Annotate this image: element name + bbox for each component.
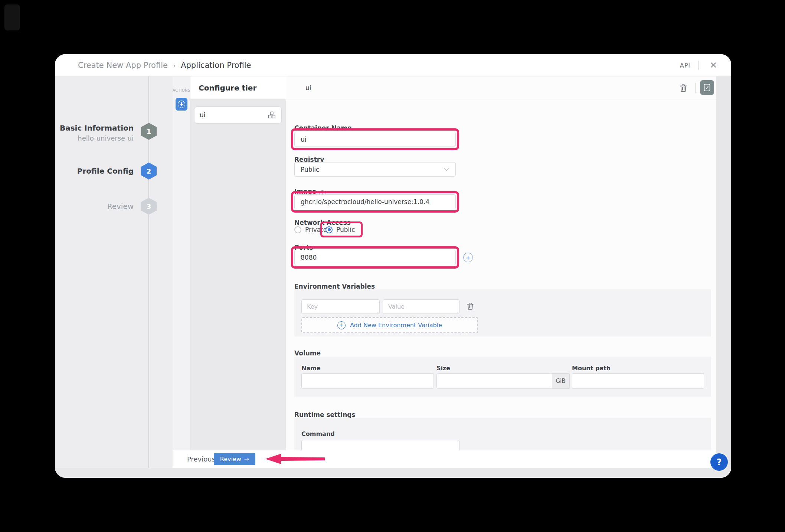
volume-name-label: Name bbox=[301, 365, 321, 372]
help-button[interactable]: ? bbox=[710, 453, 728, 471]
wizard-step-basic-information[interactable]: Basic Information hello-universe-ui bbox=[55, 124, 134, 142]
breadcrumb: Create New App Profile › Application Pro… bbox=[78, 54, 251, 76]
modal-bottom-strip bbox=[55, 468, 731, 478]
trash-icon bbox=[466, 302, 475, 311]
env-vars-label: Environment Variables bbox=[294, 283, 375, 290]
plus-circle-icon bbox=[337, 321, 346, 329]
runtime-section: Command bbox=[294, 418, 711, 450]
breadcrumb-parent[interactable]: Create New App Profile bbox=[78, 61, 168, 70]
chevron-down-icon bbox=[444, 168, 449, 171]
runtime-settings-label: Runtime settings bbox=[294, 411, 356, 418]
tier-item-name: ui bbox=[200, 111, 206, 119]
wizard-sidebar: Basic Information hello-universe-ui 1 Pr… bbox=[55, 76, 173, 468]
command-field-wrap bbox=[301, 440, 459, 450]
add-tier-button[interactable] bbox=[176, 98, 187, 111]
volume-size-input[interactable] bbox=[437, 374, 552, 388]
tier-panel: Configure tier ui bbox=[190, 76, 286, 450]
editor-mode-button[interactable] bbox=[700, 80, 714, 95]
image-input[interactable] bbox=[294, 194, 456, 209]
delete-tier-button[interactable] bbox=[678, 83, 688, 93]
mount-path-field-wrap bbox=[572, 373, 704, 389]
radio-public[interactable]: Public bbox=[326, 226, 355, 233]
add-env-var-label: Add New Environment Variable bbox=[350, 322, 442, 329]
background-artifact bbox=[4, 4, 20, 30]
volume-name-field-wrap bbox=[301, 373, 434, 389]
header-divider bbox=[698, 61, 699, 70]
env-key-input[interactable] bbox=[302, 300, 379, 313]
mount-path-input[interactable] bbox=[572, 374, 704, 388]
annotation-highlight-container-name bbox=[291, 128, 459, 150]
review-button-label: Review bbox=[220, 456, 241, 463]
registry-selected-value: Public bbox=[301, 166, 319, 173]
create-app-profile-modal: Create New App Profile › Application Pro… bbox=[55, 54, 731, 478]
env-value-input[interactable] bbox=[383, 300, 459, 313]
step-label: Basic Information bbox=[55, 124, 134, 132]
size-unit-suffix: GiB bbox=[552, 373, 570, 389]
step-badge-2[interactable]: 2 bbox=[141, 162, 157, 180]
radio-icon-private bbox=[294, 226, 301, 233]
env-key-field-wrap bbox=[301, 299, 380, 314]
annotation-highlight-image bbox=[291, 191, 459, 213]
volume-size-field-wrap bbox=[436, 373, 552, 389]
tier-item-ui[interactable]: ui bbox=[194, 106, 282, 124]
add-env-var-button[interactable]: Add New Environment Variable bbox=[301, 317, 478, 333]
command-label: Command bbox=[301, 430, 335, 437]
registry-select[interactable]: Public bbox=[294, 162, 456, 177]
form-tier-title: ui bbox=[305, 76, 311, 99]
env-vars-section: Add New Environment Variable bbox=[294, 289, 711, 336]
breadcrumb-current: Application Profile bbox=[181, 61, 251, 70]
radio-icon-public-selected bbox=[326, 226, 333, 233]
actions-label: ACTIONS bbox=[173, 88, 190, 92]
form-header-divider bbox=[695, 83, 696, 93]
step-label: Review bbox=[55, 202, 134, 211]
arrow-right-icon: → bbox=[244, 456, 249, 463]
mount-path-label: Mount path bbox=[572, 365, 611, 372]
step-badge-3[interactable]: 3 bbox=[141, 198, 157, 215]
actions-column: ACTIONS bbox=[173, 76, 190, 450]
ports-input[interactable] bbox=[294, 250, 456, 265]
form-footer: Previous Review → bbox=[173, 450, 716, 468]
scroll-track[interactable] bbox=[716, 76, 731, 478]
wizard-step-profile-config[interactable]: Profile Config bbox=[55, 167, 134, 175]
api-button[interactable]: API bbox=[680, 54, 690, 76]
document-edit-icon bbox=[703, 83, 711, 92]
previous-button[interactable]: Previous bbox=[187, 450, 215, 468]
breadcrumb-separator: › bbox=[173, 62, 176, 69]
volume-label: Volume bbox=[294, 349, 321, 357]
container-name-input[interactable] bbox=[294, 132, 456, 147]
volume-size-label: Size bbox=[436, 365, 450, 372]
tier-config-form: ui bbox=[286, 76, 716, 450]
step-sublabel: hello-universe-ui bbox=[55, 134, 134, 142]
env-value-field-wrap bbox=[383, 299, 459, 314]
form-header: ui bbox=[286, 76, 716, 99]
command-input[interactable] bbox=[302, 440, 459, 450]
page-background: Create New App Profile › Application Pro… bbox=[0, 0, 785, 532]
radio-public-label: Public bbox=[336, 226, 355, 233]
add-port-button[interactable]: + bbox=[463, 253, 473, 262]
volume-name-input[interactable] bbox=[302, 374, 434, 388]
step-label: Profile Config bbox=[55, 167, 134, 175]
modal-header: Create New App Profile › Application Pro… bbox=[55, 54, 731, 76]
step-badge-1[interactable]: 1 bbox=[141, 123, 157, 140]
review-button[interactable]: Review → bbox=[214, 453, 255, 465]
form-scroll-area[interactable]: Container Name Registry Public bbox=[286, 99, 716, 450]
trash-icon bbox=[678, 83, 688, 93]
tier-panel-title: Configure tier bbox=[190, 76, 286, 99]
close-icon[interactable]: ✕ bbox=[710, 54, 717, 76]
wizard-step-review[interactable]: Review bbox=[55, 202, 134, 211]
delete-env-var-button[interactable] bbox=[466, 302, 475, 311]
annotation-arrow bbox=[265, 453, 325, 464]
annotation-highlight-ports bbox=[291, 246, 459, 269]
volume-section: Name Size GiB Mount path bbox=[294, 357, 711, 397]
cubes-icon bbox=[267, 111, 276, 119]
plus-icon bbox=[178, 101, 185, 108]
